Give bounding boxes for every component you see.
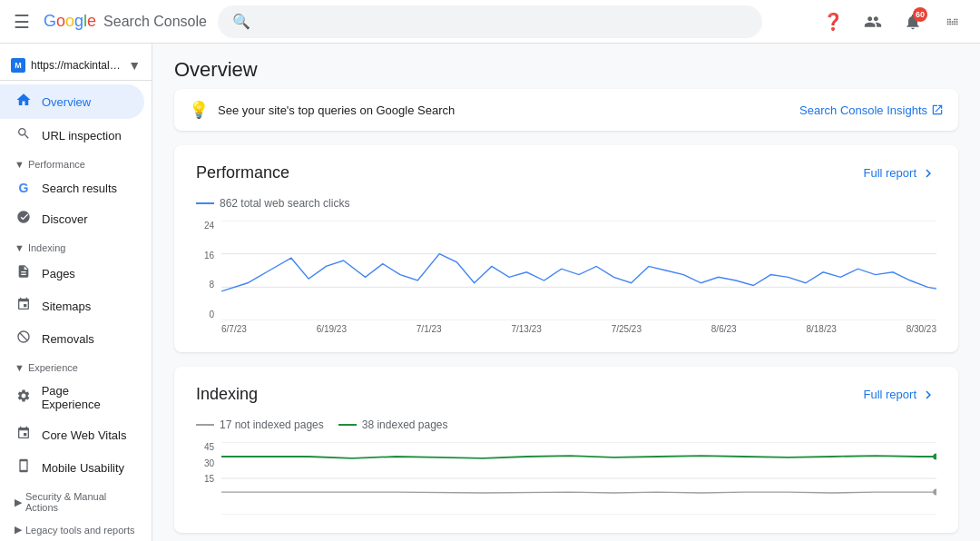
product-name: Search Console xyxy=(103,14,207,30)
performance-line-chart xyxy=(221,221,936,320)
section-header-legacy[interactable]: ▶ Legacy tools and reports xyxy=(0,516,152,539)
performance-chart-area: 6/7/23 6/19/23 7/1/23 7/13/23 7/25/23 8/… xyxy=(221,221,936,334)
external-link-icon xyxy=(931,103,944,116)
not-indexed-legend: 17 not indexed pages xyxy=(196,418,324,431)
chevron-right-icon: ▶ xyxy=(15,497,22,508)
indexing-chart-area xyxy=(221,442,936,515)
topbar-actions: ❓ 60 xyxy=(817,5,969,38)
menu-icon[interactable]: ☰ xyxy=(11,11,33,33)
performance-y-axis: 24 16 8 0 xyxy=(196,221,221,334)
url-search-bar[interactable]: 🔍 xyxy=(218,5,762,38)
notification-count: 60 xyxy=(913,7,927,22)
sidebar-item-sitemaps[interactable]: Sitemaps xyxy=(0,290,144,322)
page-experience-icon xyxy=(15,389,33,407)
performance-x-labels: 6/7/23 6/19/23 7/1/23 7/13/23 7/25/23 8/… xyxy=(221,324,936,334)
section-header-security[interactable]: ▶ Security & Manual Actions xyxy=(0,484,152,516)
accounts-icon[interactable] xyxy=(857,5,889,38)
svg-point-7 xyxy=(933,453,936,459)
mobile-usability-label: Mobile Usability xyxy=(42,461,124,475)
google-g-icon: G xyxy=(15,181,33,195)
core-web-vitals-icon xyxy=(15,426,33,444)
chevron-down-icon: ▼ xyxy=(15,159,24,170)
page-title: Overview xyxy=(152,44,980,89)
page-experience-label: Page Experience xyxy=(42,384,130,411)
search-icon xyxy=(15,126,33,144)
sidebar-item-overview[interactable]: Overview xyxy=(0,84,144,119)
url-search-input[interactable] xyxy=(258,15,748,28)
section-header-experience[interactable]: ▼ Experience xyxy=(0,355,152,377)
topbar: ☰ Google Search Console 🔍 ❓ 60 xyxy=(0,0,980,44)
full-report-label: Full report xyxy=(863,166,916,180)
help-icon[interactable]: ❓ xyxy=(817,5,849,38)
performance-legend-text: 862 total web search clicks xyxy=(220,197,349,210)
sidebar-item-discover[interactable]: Discover xyxy=(0,202,144,235)
section-security-label: Security & Manual Actions xyxy=(25,491,137,513)
performance-chart: 24 16 8 0 6/7/23 xyxy=(196,221,936,334)
sidebar-item-pages[interactable]: Pages xyxy=(0,257,144,290)
legend-line-green xyxy=(338,424,357,426)
sidebar-item-page-experience[interactable]: Page Experience xyxy=(0,377,144,418)
section-header-indexing[interactable]: ▼ Indexing xyxy=(0,235,152,257)
section-performance-label: Performance xyxy=(28,159,85,170)
logo: Google Search Console xyxy=(44,12,207,31)
section-legacy-label: Legacy tools and reports xyxy=(25,525,134,536)
indexed-legend-text: 38 indexed pages xyxy=(362,418,448,431)
property-name: https://mackintalent... xyxy=(31,59,122,72)
performance-card: Performance Full report 862 total web se… xyxy=(174,145,958,352)
home-icon xyxy=(15,92,33,112)
sidebar-item-url-inspection[interactable]: URL inspection xyxy=(0,119,144,152)
performance-title: Performance xyxy=(196,163,289,182)
overview-label: Overview xyxy=(42,95,91,109)
sidebar-item-mobile-usability[interactable]: Mobile Usability xyxy=(0,451,144,484)
chevron-right-icon xyxy=(920,387,936,403)
sidebar-item-removals[interactable]: Removals xyxy=(0,322,144,355)
indexing-legend: 17 not indexed pages 38 indexed pages xyxy=(196,418,936,431)
removals-icon xyxy=(15,330,33,348)
sitemaps-label: Sitemaps xyxy=(42,300,91,313)
chevron-down-icon: ▼ xyxy=(15,242,24,253)
chevron-down-icon: ▼ xyxy=(15,362,24,373)
performance-legend: 862 total web search clicks xyxy=(196,197,936,210)
svg-point-8 xyxy=(933,489,936,496)
notifications-icon[interactable]: 60 xyxy=(897,5,929,38)
discover-icon xyxy=(15,210,33,228)
search-console-insights-link[interactable]: Search Console Insights xyxy=(799,103,944,117)
discover-label: Discover xyxy=(42,212,88,226)
chevron-right-icon: ▶ xyxy=(15,524,22,536)
sidebar-item-search-results[interactable]: G Search results xyxy=(0,173,144,202)
sidebar-item-core-web-vitals[interactable]: Core Web Vitals xyxy=(0,418,144,451)
mobile-usability-icon xyxy=(15,458,33,477)
indexing-title: Indexing xyxy=(196,385,258,404)
insight-banner: 💡 See your site's top queries on Google … xyxy=(174,89,958,131)
chevron-right-icon xyxy=(920,165,936,182)
performance-card-header: Performance Full report xyxy=(196,163,936,182)
pages-icon xyxy=(15,264,33,282)
section-experience-label: Experience xyxy=(28,362,78,373)
indexing-chart: 45 30 15 0 xyxy=(196,442,936,515)
apps-icon[interactable] xyxy=(936,5,969,38)
performance-full-report-link[interactable]: Full report xyxy=(863,165,936,182)
pages-label: Pages xyxy=(42,267,75,280)
property-selector[interactable]: M https://mackintalent... ▼ xyxy=(0,51,152,81)
url-inspection-label: URL inspection xyxy=(42,129,122,143)
core-web-vitals-label: Core Web Vitals xyxy=(42,428,126,442)
main-content: Overview 💡 See your site's top queries o… xyxy=(152,44,980,541)
insight-text: See your site's top queries on Google Se… xyxy=(218,103,790,117)
google-logo: Google xyxy=(44,12,96,31)
indexing-full-report-link[interactable]: Full report xyxy=(863,387,936,403)
main-layout: M https://mackintalent... ▼ Overview URL… xyxy=(0,44,980,541)
lightbulb-icon: 💡 xyxy=(189,100,209,120)
legend-line-gray xyxy=(196,424,214,426)
indexed-legend: 38 indexed pages xyxy=(338,418,448,431)
section-indexing-label: Indexing xyxy=(28,242,66,253)
indexing-card: Indexing Full report 17 not indexed page… xyxy=(174,367,958,533)
property-dropdown-icon: ▼ xyxy=(128,58,141,73)
property-favicon: M xyxy=(11,58,25,73)
search-icon: 🔍 xyxy=(232,13,250,30)
section-header-performance[interactable]: ▼ Performance xyxy=(0,152,152,173)
insight-link-text: Search Console Insights xyxy=(799,103,927,117)
search-results-label: Search results xyxy=(42,182,117,195)
sidebar: M https://mackintalent... ▼ Overview URL… xyxy=(0,44,152,541)
legend-line-blue xyxy=(196,202,214,204)
indexing-full-report-label: Full report xyxy=(863,388,916,401)
